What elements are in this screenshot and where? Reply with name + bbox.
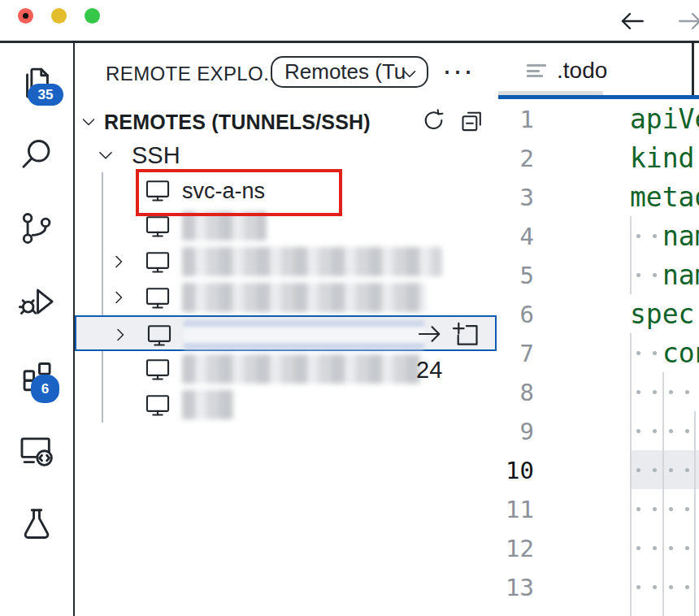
whitespace-dot [653,234,657,238]
code-line-6[interactable]: 6spec [498,294,699,333]
redacted-label [182,354,421,384]
redacted-label [182,283,426,312]
whitespace-dot [636,273,640,277]
chevron-right-icon[interactable] [109,252,128,271]
tree-item-redacted[interactable]: 24 [75,351,497,387]
code-token: con [662,337,699,369]
inline-actions [415,320,480,349]
whitespace-dot [653,429,657,433]
activity-item-explorer[interactable]: 35 [18,64,55,102]
sidebar-title: REMOTE EXPLO... [106,63,280,85]
code-line-3[interactable]: 3metad [498,177,699,216]
code-line-2[interactable]: 2kind [498,138,699,177]
vm-icon [143,355,172,383]
whitespace-dot [636,429,640,433]
chevron-right-icon[interactable] [109,288,128,307]
activity-item-testing[interactable] [18,505,55,543]
tab-todo[interactable]: .todo [498,43,692,95]
whitespace-dot [653,546,657,550]
whitespace-dot [669,585,673,589]
line-number: 2 [498,145,534,172]
traffic-light-zoom[interactable] [85,8,100,24]
whitespace-dot [636,468,640,472]
indent-guide [630,216,632,294]
whitespace-dot [685,546,689,550]
code-line-9[interactable]: 9 [498,411,699,450]
whitespace-dot [636,351,640,355]
indent-guide [630,333,632,616]
more-actions-button[interactable]: ··· [442,54,474,88]
connect-current-window-icon[interactable] [415,320,445,349]
source-control-icon [18,210,55,247]
activity-item-search[interactable] [18,136,55,173]
redacted-label [182,390,234,419]
code-token: - [695,376,699,408]
whitespace-dot [685,507,689,511]
refresh-icon[interactable] [421,108,446,133]
search-icon [18,136,55,173]
vm-icon [145,321,174,349]
line-number: 10 [498,457,534,484]
code-token: nam [662,220,699,252]
arrow-right-icon [675,7,699,36]
tree-item-ssh[interactable]: SSH [75,138,497,172]
activity-item-run-debug[interactable] [18,284,55,321]
whitespace-dot [669,390,673,394]
activity-item-source-control[interactable] [18,210,55,247]
line-number: 1 [498,106,534,133]
whitespace-dot [653,585,657,589]
activity-item-extensions[interactable]: 6 [18,358,55,396]
code-line-10[interactable]: 10 [498,450,699,489]
code-line-7[interactable]: 7con [498,333,699,372]
remote-scope-dropdown[interactable]: Remotes (Tu [271,56,428,88]
code-line-5[interactable]: 5nam [498,255,699,294]
code-line-8[interactable]: 8- [498,372,699,411]
badge-count: 35 [28,84,63,106]
tree-item-redacted[interactable] [75,387,497,423]
code-line-1[interactable]: 1apiVe [498,99,699,138]
tree-item-redacted[interactable] [75,280,497,315]
code-line-4[interactable]: 4nam [498,216,699,255]
beaker-icon [18,505,55,543]
code-token: spec [630,298,694,330]
vm-icon [143,248,172,275]
code-line-11[interactable]: 11 [498,489,699,528]
code-line-12[interactable]: 12 [498,528,699,567]
line-number: 13 [498,574,534,601]
annotation-highlight-box [136,169,342,216]
remotes-section-header[interactable]: REMOTES (TUNNELS/SSH) [75,106,497,137]
whitespace-dot [636,507,640,511]
activity-item-remote-explorer[interactable] [18,432,55,469]
tree-item-redacted[interactable] [75,244,497,280]
code-line-13[interactable]: 13 [498,567,699,606]
line-number: 11 [498,496,534,523]
history-back-button[interactable] [618,7,647,36]
whitespace-dot [669,507,673,511]
code-viewport[interactable]: 1apiVe2kind3metad4nam5nam6spec7con8-9101… [498,99,699,616]
vm-icon [143,391,172,419]
tree-item-redacted[interactable] [75,315,497,351]
debug-icon [18,284,55,321]
whitespace-dot [653,273,657,277]
chevron-right-icon[interactable] [111,325,130,345]
badge-count: 6 [31,375,59,403]
activity-bar: 35 6 [0,43,73,616]
redacted-label [182,247,442,276]
whitespace-dot [685,585,689,589]
line-number: 7 [498,340,534,367]
traffic-light-minimize[interactable] [51,8,67,24]
section-title: REMOTES (TUNNELS/SSH) [104,111,371,134]
code-token: kind [630,142,694,174]
whitespace-dot [653,390,657,394]
arrow-left-icon [618,7,647,36]
connect-new-window-icon[interactable] [451,320,480,349]
history-forward-button[interactable] [675,7,699,36]
traffic-light-close[interactable] [18,8,33,24]
chevron-down-icon [79,112,98,132]
chevron-down-icon [95,145,116,166]
whitespace-dot [669,429,673,433]
title-bar [0,0,699,41]
line-number: 5 [498,262,534,289]
collapse-all-icon[interactable] [459,108,484,133]
code-token: apiVe [630,103,699,135]
